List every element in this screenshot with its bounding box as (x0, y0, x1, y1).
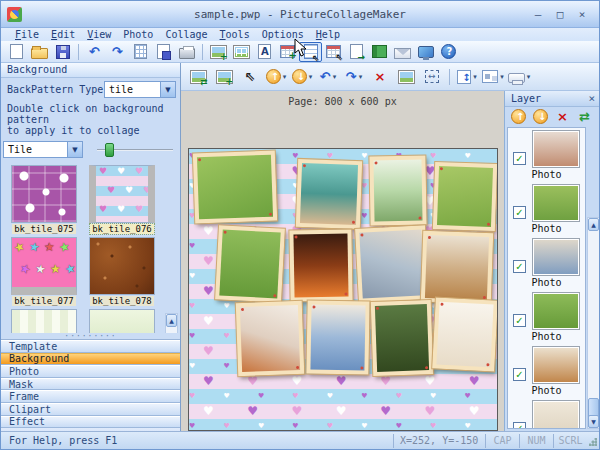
photo-beach-family[interactable] (296, 159, 362, 229)
layer-item-1[interactable]: ✓Photo (508, 128, 585, 182)
layer-item-6[interactable]: ✓Photo (508, 398, 585, 429)
create-album-button[interactable] (368, 42, 391, 62)
open-button[interactable] (28, 42, 51, 62)
background-tile-bk_tile_078[interactable]: bk_tile_078 (83, 237, 161, 306)
add-photo-button[interactable] (207, 42, 230, 62)
scroll-up-icon[interactable]: ▲ (166, 314, 177, 327)
select-tool-button[interactable]: ⇖ (237, 65, 263, 89)
photo-watermelon-kids[interactable] (433, 162, 497, 231)
workspace[interactable]: Page: 800 x 600 px ♥♥♥♥♥♥♥♥♥♥♥♥♥♥♥♥♥♥♥♥♥… (181, 91, 504, 431)
sidebar-item-clipart[interactable]: Clipart (1, 403, 180, 416)
sidebar-item-background[interactable]: Background (1, 353, 180, 366)
menu-view[interactable]: View (81, 29, 117, 40)
send-email-button[interactable] (391, 42, 414, 62)
tile-thumbnail[interactable]: ★★★★★★★★ (11, 237, 77, 295)
photo-mom-baby-bright[interactable] (432, 297, 498, 371)
export-image-button[interactable] (345, 42, 368, 62)
title-bar[interactable]: sample.pwp - PictureCollageMaker –□× (1, 1, 599, 28)
layer-visibility-checkbox[interactable]: ✓ (513, 152, 526, 165)
new-collage-button[interactable] (5, 42, 28, 62)
layer-up-button[interactable] (509, 108, 528, 125)
menu-tools[interactable]: Tools (214, 29, 256, 40)
save-button[interactable] (51, 42, 74, 62)
background-tile-bk_tile_077[interactable]: ★★★★★★★★bk_tile_077 (5, 237, 83, 306)
tile-thumbnail[interactable]: ♥♥♥♥♥♥♥♥♥ (89, 165, 155, 223)
rotate-right-button[interactable]: ↷▾ (341, 65, 367, 89)
crop-transform-button[interactable] (419, 65, 445, 89)
photo-bike-ride[interactable] (369, 156, 426, 226)
layer-item-3[interactable]: ✓Photo (508, 236, 585, 290)
photo-mom-toddler-grass[interactable] (193, 151, 277, 224)
layer-scrollbar[interactable]: ▲ ▼ (587, 217, 600, 429)
align-button[interactable]: ▾ (454, 65, 480, 89)
chevron-down-icon[interactable]: ▼ (67, 142, 82, 157)
tile-thumbnail[interactable] (11, 165, 77, 223)
layer-visibility-checkbox[interactable]: ✓ (513, 260, 526, 273)
collage-page[interactable]: ♥♥♥♥♥♥♥♥♥♥♥♥♥♥♥♥♥♥♥♥♥♥♥♥♥♥♥♥♥♥♥♥♥♥♥♥♥♥♥♥… (188, 148, 498, 431)
sidebar-item-frame[interactable]: Frame (1, 390, 180, 403)
layer-visibility-checkbox[interactable]: ✓ (513, 422, 526, 429)
send-backward-button[interactable]: ▾ (289, 65, 315, 89)
background-tile[interactable] (83, 309, 161, 333)
layer-visibility-checkbox[interactable]: ✓ (513, 314, 526, 327)
close-icon[interactable]: × (588, 92, 595, 105)
rotate-left-button[interactable]: ↶▾ (315, 65, 341, 89)
sidebar-item-mask[interactable]: Mask (1, 378, 180, 391)
chevron-down-icon[interactable]: ▾ (359, 73, 363, 81)
chevron-down-icon[interactable]: ▾ (500, 73, 504, 81)
photo-floor-play[interactable] (421, 231, 493, 304)
chevron-down-icon[interactable]: ▾ (527, 73, 531, 81)
bring-forward-button[interactable]: ▾ (263, 65, 289, 89)
layer-visibility-checkbox[interactable]: ✓ (513, 368, 526, 381)
slider-thumb[interactable] (105, 143, 114, 157)
layer-visibility-checkbox[interactable]: ✓ (513, 206, 526, 219)
scroll-down-icon[interactable]: ▼ (588, 415, 599, 428)
menu-help[interactable]: Help (310, 29, 346, 40)
chevron-down-icon[interactable]: ▾ (309, 73, 313, 81)
print-button[interactable] (175, 42, 198, 62)
menu-file[interactable]: File (9, 29, 45, 40)
tiles-scrollbar[interactable]: ▲ ▼ (165, 313, 178, 333)
photo-picnic-family[interactable] (215, 225, 285, 302)
select-calendar-button[interactable] (322, 42, 345, 62)
photo-properties-button[interactable] (393, 65, 419, 89)
layer-item-4[interactable]: ✓Photo (508, 290, 585, 344)
add-photo-button[interactable] (211, 65, 237, 89)
add-text-button[interactable] (253, 42, 276, 62)
photo-couch-family[interactable] (355, 225, 429, 303)
layer-item-5[interactable]: ✓Photo (508, 344, 585, 398)
maximize-button[interactable]: □ (553, 8, 567, 21)
chevron-down-icon[interactable]: ▾ (333, 73, 337, 81)
photo-grandpa-hug[interactable] (306, 300, 369, 374)
distribute-button[interactable]: ▾ (480, 65, 506, 89)
background-tile-bk_tile_076[interactable]: ♥♥♥♥♥♥♥♥♥bk_tile_076 (83, 165, 161, 234)
tile-thumbnail[interactable] (11, 309, 77, 333)
menu-edit[interactable]: Edit (45, 29, 81, 40)
resize-button[interactable]: ▾ (506, 65, 532, 89)
layer-item-2[interactable]: ✓Photo (508, 182, 585, 236)
photo-sunset-silhouette[interactable] (289, 229, 352, 301)
layer-down-button[interactable] (531, 108, 550, 125)
layer-delete-button[interactable]: × (553, 108, 572, 125)
backpattern-type-select[interactable]: tile ▼ (104, 81, 176, 98)
sidebar-item-photo[interactable]: Photo (1, 365, 180, 378)
layer-swap-button[interactable]: ⇄ (575, 108, 594, 125)
redo-button[interactable]: ↷ (106, 42, 129, 62)
photo-baby-parrot[interactable] (236, 301, 305, 376)
scale-slider[interactable] (97, 142, 173, 158)
minimize-button[interactable]: – (531, 8, 545, 21)
resize-grip[interactable] (587, 434, 599, 448)
menu-collage[interactable]: Collage (159, 29, 213, 40)
tile-thumbnail[interactable] (89, 309, 155, 333)
photo-layout-button[interactable] (230, 42, 253, 62)
chevron-down-icon[interactable]: ▼ (160, 82, 175, 97)
help-button[interactable] (437, 42, 460, 62)
photo-mother-daughter-outdoor[interactable] (371, 300, 434, 376)
background-tile[interactable] (5, 309, 83, 333)
sidebar-item-effect[interactable]: Effect (1, 416, 180, 429)
sidebar-item-template[interactable]: Template (1, 340, 180, 353)
menu-photo[interactable]: Photo (117, 29, 159, 40)
page-setup-button[interactable] (129, 42, 152, 62)
close-button[interactable]: × (575, 8, 589, 21)
chevron-down-icon[interactable]: ▾ (283, 73, 287, 81)
